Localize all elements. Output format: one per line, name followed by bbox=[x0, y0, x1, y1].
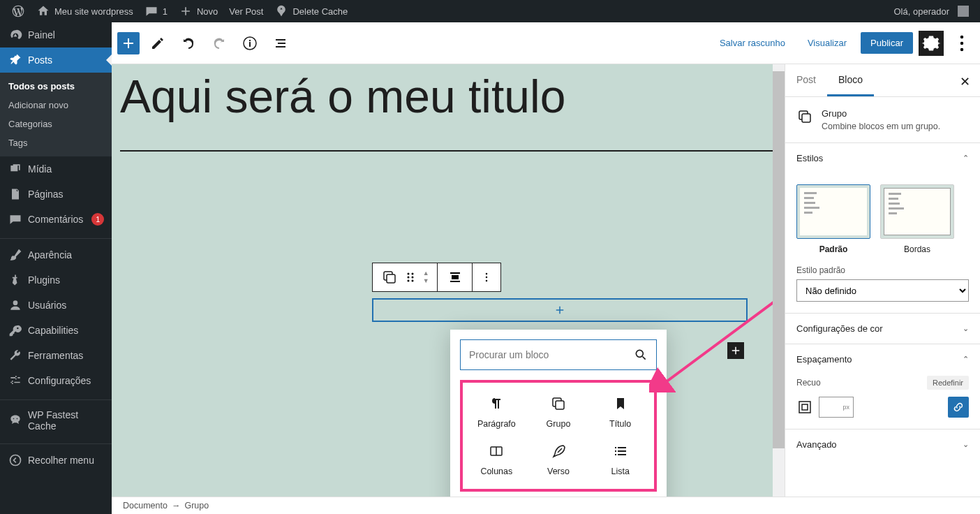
publish-button[interactable]: Publicar bbox=[861, 32, 913, 54]
group-block-appender[interactable] bbox=[372, 298, 748, 322]
tab-post[interactable]: Post bbox=[785, 64, 827, 96]
settings-toggle[interactable] bbox=[919, 31, 944, 56]
redo-button[interactable] bbox=[207, 31, 232, 56]
scrollbar[interactable] bbox=[773, 64, 785, 497]
sub-add-new[interactable]: Adicionar novo bbox=[0, 96, 112, 115]
spacing-header[interactable]: Espaçamento ⌃ bbox=[796, 354, 969, 365]
block-inserter-popover: Parágrafo Grupo Título Colunas bbox=[450, 330, 667, 497]
group-type-button[interactable] bbox=[381, 269, 398, 286]
sidebar-collapse[interactable]: Recolher menu bbox=[0, 448, 112, 473]
separator-block[interactable] bbox=[120, 150, 776, 152]
delete-cache-link[interactable]: Delete Cache bbox=[269, 0, 353, 22]
svg-rect-18 bbox=[556, 401, 564, 409]
plus-icon bbox=[120, 35, 137, 52]
indent-input[interactable] bbox=[819, 397, 854, 418]
block-more-button[interactable] bbox=[473, 263, 500, 291]
svg-point-4 bbox=[960, 47, 964, 51]
sidebar-item-users[interactable]: Usuários bbox=[0, 293, 112, 318]
sidebar-item-appearance[interactable]: Aparência bbox=[0, 242, 112, 267]
move-arrows[interactable]: ▲▼ bbox=[423, 270, 429, 284]
view-post-link[interactable]: Ver Post bbox=[223, 0, 269, 22]
preview-button[interactable]: Visualizar bbox=[799, 32, 855, 54]
users-label: Usuários bbox=[28, 300, 66, 311]
spacing-body: Recuo Redefinir px bbox=[785, 367, 980, 429]
styles-header[interactable]: Estilos ⌃ bbox=[796, 153, 969, 163]
block-toolbar: ▲▼ bbox=[372, 263, 501, 292]
site-name: Meu site wordpress bbox=[54, 6, 133, 17]
edit-mode-button[interactable] bbox=[145, 31, 170, 56]
editor-toolbar: Salvar rascunho Visualizar Publicar bbox=[112, 22, 980, 64]
block-appender[interactable] bbox=[727, 342, 744, 359]
comments-link[interactable]: 1 bbox=[139, 0, 173, 22]
drag-handle[interactable] bbox=[402, 269, 419, 286]
breadcrumb-document[interactable]: Documento bbox=[123, 501, 168, 511]
sidebar-item-pages[interactable]: Páginas bbox=[0, 182, 112, 207]
sidebar-item-dashboard[interactable]: Painel bbox=[0, 22, 112, 47]
block-columns[interactable]: Colunas bbox=[466, 436, 528, 483]
add-block-button[interactable] bbox=[117, 32, 140, 54]
chevron-up-icon: ⌃ bbox=[963, 355, 969, 364]
comment-icon bbox=[8, 212, 22, 226]
admin-bar: Meu site wordpress 1 Novo Ver Post Delet… bbox=[0, 0, 980, 22]
sidebar-item-plugins[interactable]: Plugins bbox=[0, 267, 112, 293]
chevron-down-icon: ⌄ bbox=[963, 440, 969, 449]
sidebar-item-settings[interactable]: Configurações bbox=[0, 368, 112, 393]
more-options-button[interactable] bbox=[949, 31, 974, 56]
style-borders[interactable]: Bordas bbox=[880, 184, 954, 254]
color-section[interactable]: Configurações de cor ⌄ bbox=[785, 313, 980, 344]
style-default[interactable]: Padrão bbox=[796, 184, 870, 254]
align-button[interactable] bbox=[438, 263, 473, 291]
gear-icon bbox=[919, 31, 944, 56]
block-paragraph[interactable]: Parágrafo bbox=[466, 388, 528, 436]
view-post-label: Ver Post bbox=[229, 6, 263, 17]
bookmark-icon bbox=[612, 395, 629, 412]
save-draft-button[interactable]: Salvar rascunho bbox=[711, 32, 794, 54]
group-icon bbox=[796, 108, 813, 125]
columns-icon bbox=[488, 443, 505, 460]
block-list[interactable]: Lista bbox=[589, 436, 651, 483]
info-button[interactable] bbox=[237, 31, 262, 56]
editor: Salvar rascunho Visualizar Publicar Aqui… bbox=[112, 22, 980, 514]
svg-point-10 bbox=[411, 277, 413, 279]
undo-button[interactable] bbox=[176, 31, 201, 56]
new-link[interactable]: Novo bbox=[173, 0, 223, 22]
site-link[interactable]: Meu site wordpress bbox=[31, 0, 139, 22]
block-verse[interactable]: Verso bbox=[528, 436, 590, 483]
posts-submenu: Todos os posts Adicionar novo Categorias… bbox=[0, 73, 112, 156]
block-description-text: Combine blocos em um grupo. bbox=[822, 122, 940, 131]
sidebar-item-capabilities[interactable]: Capabilities bbox=[0, 318, 112, 343]
sub-tags[interactable]: Tags bbox=[0, 133, 112, 152]
sub-all-posts[interactable]: Todos os posts bbox=[0, 77, 112, 96]
wp-logo[interactable] bbox=[6, 0, 31, 22]
sub-categories[interactable]: Categorias bbox=[0, 115, 112, 133]
link-sides-button[interactable] bbox=[948, 397, 969, 418]
sidebar-item-media[interactable]: Mídia bbox=[0, 156, 112, 182]
sidebar-item-tools[interactable]: Ferramentas bbox=[0, 343, 112, 368]
search-icon bbox=[634, 348, 648, 362]
block-heading[interactable]: Título bbox=[589, 388, 651, 436]
chevron-down-icon: ⌄ bbox=[963, 324, 969, 333]
svg-point-7 bbox=[407, 273, 409, 275]
sidebar-item-posts[interactable]: Posts bbox=[0, 47, 112, 73]
advanced-section[interactable]: Avançado ⌄ bbox=[785, 429, 980, 460]
close-panel-button[interactable]: ✕ bbox=[950, 64, 980, 96]
tab-block[interactable]: Bloco bbox=[827, 64, 874, 96]
editor-canvas[interactable]: Aqui será o meu titulo ▲▼ bbox=[112, 64, 785, 497]
user-greeting[interactable]: Olá, operador bbox=[889, 0, 975, 22]
block-group[interactable]: Grupo bbox=[528, 388, 590, 436]
avatar bbox=[958, 6, 969, 17]
default-style-select[interactable]: Não definido bbox=[796, 279, 969, 302]
tools-label: Ferramentas bbox=[28, 350, 83, 361]
sidebar-item-comments[interactable]: Comentários 1 bbox=[0, 207, 112, 232]
sidebar-item-fastest-cache[interactable]: WP Fastest Cache bbox=[0, 404, 112, 437]
reset-button[interactable]: Redefinir bbox=[927, 376, 969, 390]
outline-button[interactable] bbox=[268, 31, 293, 56]
block-label: Colunas bbox=[480, 467, 512, 476]
post-title[interactable]: Aqui será o meu titulo bbox=[120, 64, 776, 150]
search-input[interactable] bbox=[469, 349, 634, 360]
plus-icon bbox=[729, 344, 742, 357]
breadcrumb-group[interactable]: Grupo bbox=[184, 501, 209, 511]
appearance-label: Aparência bbox=[28, 249, 72, 260]
search-field[interactable] bbox=[460, 339, 657, 370]
redo-icon bbox=[211, 35, 228, 52]
